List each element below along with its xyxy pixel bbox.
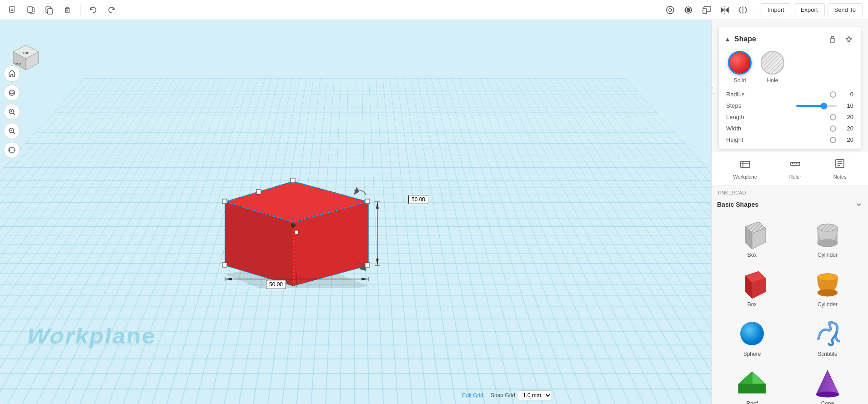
pin-icon-button[interactable] bbox=[843, 33, 855, 45]
box-3d-svg bbox=[196, 125, 400, 288]
snap-value-dropdown[interactable]: 1.0 mm bbox=[518, 390, 552, 400]
svg-line-35 bbox=[13, 132, 15, 134]
svg-rect-51 bbox=[365, 263, 370, 267]
bottom-bar: Edit Grid Snap Grid 1.0 mm bbox=[462, 390, 552, 400]
shape-item-scribble[interactable]: Scribble bbox=[791, 314, 864, 362]
ruler-icon bbox=[789, 158, 801, 172]
height-label: Height bbox=[726, 136, 753, 143]
shapes-mode-button[interactable] bbox=[698, 2, 715, 18]
workplane-button[interactable]: Workplane bbox=[729, 156, 760, 181]
send-to-button[interactable]: Send To bbox=[828, 3, 863, 16]
shape-item-box-grey[interactable]: Box bbox=[715, 215, 789, 263]
svg-marker-67 bbox=[376, 259, 379, 265]
zoom-in-button[interactable] bbox=[4, 104, 20, 120]
new-design-button[interactable] bbox=[5, 3, 20, 17]
select-mode-button[interactable] bbox=[662, 2, 678, 18]
svg-marker-105 bbox=[816, 370, 839, 394]
length-circle-handle[interactable] bbox=[830, 114, 836, 120]
shape-item-cylinder-grey[interactable]: Cylinder bbox=[791, 215, 864, 263]
workplane-label-btn: Workplane bbox=[733, 174, 757, 180]
length-value: 20 bbox=[840, 114, 853, 120]
steps-slider-thumb bbox=[821, 103, 827, 109]
height-dimension-label: 50.00 bbox=[408, 195, 428, 204]
steps-slider[interactable] bbox=[796, 105, 837, 107]
cylinder-orange-icon bbox=[812, 269, 843, 299]
view-mode-button[interactable] bbox=[680, 2, 697, 18]
roof-label: Roof bbox=[746, 400, 758, 404]
height-circle-handle[interactable] bbox=[830, 137, 836, 143]
panel-up-arrow[interactable]: ▲ bbox=[724, 35, 731, 43]
copy-button[interactable] bbox=[24, 3, 38, 17]
height-row: Height 20 bbox=[726, 136, 853, 143]
width-circle-handle[interactable] bbox=[830, 125, 836, 132]
delete-button[interactable] bbox=[60, 3, 75, 17]
zoom-out-button[interactable] bbox=[4, 123, 20, 139]
shape-panel: ▲ Shape bbox=[719, 27, 861, 149]
sphere-icon bbox=[736, 319, 768, 348]
svg-rect-71 bbox=[741, 161, 750, 168]
hole-label: Hole bbox=[767, 77, 778, 84]
shape-item-cylinder-orange[interactable]: Cylinder bbox=[791, 264, 864, 312]
shape-panel-title: ▲ Shape bbox=[724, 35, 756, 43]
top-toolbar: Import Export Send To bbox=[0, 0, 868, 20]
box-red-icon bbox=[736, 269, 768, 299]
notes-button[interactable]: Notes bbox=[830, 156, 850, 181]
cylinder-orange-label: Cylinder bbox=[818, 301, 838, 308]
ruler-button[interactable]: Ruler bbox=[786, 156, 805, 181]
category-name: Basic Shapes bbox=[717, 201, 758, 208]
mirror-button[interactable] bbox=[735, 2, 751, 18]
svg-point-29 bbox=[9, 90, 15, 95]
orbit-button[interactable] bbox=[4, 85, 20, 101]
canvas-area[interactable]: Workplane TOP FRONT bbox=[0, 20, 711, 404]
box-grey-label: Box bbox=[748, 252, 757, 258]
divider-1 bbox=[80, 4, 80, 16]
svg-rect-50 bbox=[222, 263, 227, 267]
fit-view-button[interactable] bbox=[4, 142, 20, 158]
radius-row: Radius 0 bbox=[726, 91, 853, 98]
brand-label: Tinkercad bbox=[717, 190, 746, 195]
svg-rect-104 bbox=[738, 384, 766, 393]
solid-hole-row: Solid Hole bbox=[724, 51, 855, 84]
svg-point-93 bbox=[818, 224, 838, 231]
height-value: 20 bbox=[840, 136, 853, 143]
shape-item-sphere[interactable]: Sphere bbox=[715, 314, 789, 362]
svg-rect-52 bbox=[365, 199, 370, 204]
svg-rect-53 bbox=[291, 178, 295, 183]
length-control: 20 bbox=[753, 114, 853, 120]
radius-circle-handle[interactable] bbox=[830, 91, 836, 98]
import-button[interactable]: Import bbox=[761, 3, 791, 16]
chevron-down-icon bbox=[855, 201, 863, 208]
main-area: Workplane TOP FRONT bbox=[0, 20, 868, 404]
workplane-icon bbox=[739, 158, 751, 172]
shape-canvas-container[interactable]: 50.00 50.00 bbox=[196, 125, 400, 290]
svg-rect-4 bbox=[28, 7, 32, 12]
solid-option[interactable]: Solid bbox=[728, 51, 752, 84]
snap-grid-control: Snap Grid 1.0 mm bbox=[491, 390, 552, 400]
collapse-panel-button[interactable]: ‹ bbox=[711, 83, 715, 94]
lock-icon-button[interactable] bbox=[826, 33, 839, 45]
category-dropdown[interactable]: Basic Shapes bbox=[712, 198, 868, 211]
roof-icon bbox=[736, 368, 768, 398]
redo-button[interactable] bbox=[104, 3, 119, 17]
edit-grid-label[interactable]: Edit Grid bbox=[462, 392, 483, 399]
width-value: 20 bbox=[840, 125, 853, 132]
shape-item-cone[interactable]: Cone bbox=[791, 364, 864, 404]
svg-marker-103 bbox=[738, 372, 752, 384]
export-button[interactable]: Export bbox=[794, 3, 825, 16]
svg-rect-55 bbox=[295, 230, 298, 234]
home-view-button[interactable] bbox=[4, 65, 20, 82]
snap-grid-label: Snap Grid bbox=[491, 392, 515, 399]
cone-icon bbox=[812, 368, 843, 398]
svg-point-11 bbox=[667, 6, 674, 14]
svg-text:TOP: TOP bbox=[23, 51, 30, 55]
shape-item-box-red[interactable]: Box bbox=[715, 264, 789, 312]
steps-label: Steps bbox=[726, 102, 753, 109]
shape-props: Radius 0 Steps 10 bbox=[724, 91, 855, 143]
flip-h-button[interactable] bbox=[717, 2, 733, 18]
hole-circle bbox=[761, 51, 784, 75]
undo-button[interactable] bbox=[86, 3, 100, 17]
shape-item-roof[interactable]: Roof bbox=[715, 364, 789, 404]
svg-marker-68 bbox=[354, 187, 359, 195]
hole-option[interactable]: Hole bbox=[761, 51, 784, 84]
duplicate-button[interactable] bbox=[42, 3, 56, 17]
